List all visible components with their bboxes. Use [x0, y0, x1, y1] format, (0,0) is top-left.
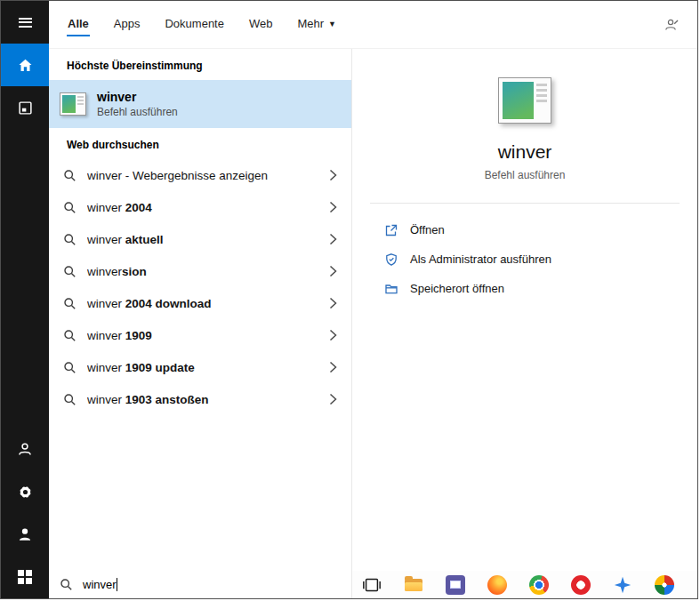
chevron-right-icon[interactable] [329, 361, 337, 373]
best-match-header: Höchste Übereinstimmung [49, 49, 351, 80]
best-match-text: winver Befehl ausführen [97, 90, 178, 118]
action-label: Öffnen [410, 223, 445, 236]
search-icon [60, 578, 73, 591]
action-run-as-admin[interactable]: Als Administrator ausführen [384, 244, 697, 274]
suggestion-text: winver 1909 update [87, 361, 318, 374]
action-label: Als Administrator ausführen [410, 252, 551, 266]
home-icon [18, 58, 33, 73]
search-icon [63, 265, 76, 278]
tab-apps[interactable]: Apps [113, 12, 141, 36]
results-list: Höchste Übereinstimmung winver Befehl au… [49, 49, 351, 571]
chevron-right-icon[interactable] [329, 393, 337, 405]
suggestion-text: winver - Webergebnisse anzeigen [87, 169, 318, 182]
search-suggestion[interactable]: winver 1903 anstoßen [49, 383, 351, 415]
search-input-value: winver [83, 578, 117, 591]
task-view-icon[interactable] [361, 574, 382, 596]
search-icon [63, 361, 76, 374]
chevron-right-icon[interactable] [329, 329, 337, 341]
search-icon [63, 329, 76, 342]
folder-location-icon [384, 282, 398, 296]
menu-button[interactable] [1, 1, 49, 44]
text-caret [117, 578, 117, 591]
winver-app-icon [60, 92, 86, 116]
feedback-user-icon[interactable] [664, 17, 680, 33]
right-column: winver Befehl ausführen Öffnen [352, 49, 697, 598]
settings-gear-icon [17, 484, 34, 501]
suggestion-text: winver 1909 [87, 329, 318, 342]
search-icon [63, 201, 76, 214]
content-area: Höchste Übereinstimmung winver Befehl au… [49, 49, 697, 598]
best-match-result[interactable]: winver Befehl ausführen [49, 80, 351, 128]
web-search-header: Web durchsuchen [49, 128, 351, 159]
tab-label: Alle [68, 17, 89, 30]
colorful-app-icon[interactable] [654, 574, 675, 596]
search-icon [63, 233, 76, 246]
chrome-icon[interactable] [528, 574, 550, 596]
suggestion-text: winver 1903 anstoßen [87, 393, 318, 406]
action-open-file-location[interactable]: Speicherort öffnen [384, 274, 697, 303]
windows-search-flyout: Alle Apps Dokumente Web Mehr ▼ [0, 0, 698, 599]
profile-icon [17, 526, 33, 542]
start-button[interactable] [1, 556, 49, 598]
tab-mehr[interactable]: Mehr ▼ [296, 12, 337, 36]
tab-web[interactable]: Web [248, 12, 274, 36]
purple-app-icon[interactable] [445, 574, 466, 596]
search-suggestion[interactable]: winver 2004 download [49, 287, 351, 319]
tab-dokumente[interactable]: Dokumente [164, 12, 224, 36]
settings-button[interactable] [1, 470, 49, 513]
tab-label: Mehr [297, 17, 324, 30]
main-area: Alle Apps Dokumente Web Mehr ▼ [49, 1, 697, 598]
chevron-right-icon[interactable] [329, 169, 337, 181]
suggestion-text: winver 2004 download [87, 297, 318, 310]
file-explorer-icon[interactable] [403, 574, 424, 596]
suggestion-text: winver aktuell [87, 233, 318, 246]
chevron-right-icon[interactable] [329, 297, 337, 309]
windows-start-icon [18, 570, 32, 584]
result-subtitle: Befehl ausführen [97, 106, 178, 118]
red-app-icon[interactable] [570, 574, 591, 596]
search-suggestion[interactable]: winver 2004 [49, 191, 351, 223]
winver-app-icon-large [498, 77, 551, 124]
home-button[interactable] [1, 44, 49, 86]
taskbar [352, 571, 697, 598]
suggestion-text: winver 2004 [87, 201, 318, 214]
action-open[interactable]: Öffnen [384, 215, 697, 244]
search-suggestion[interactable]: winver - Webergebnisse anzeigen [49, 159, 351, 191]
sidebar-top-group [1, 1, 49, 129]
tab-label: Web [249, 17, 273, 30]
search-input[interactable]: winver [83, 578, 117, 591]
divider [370, 203, 680, 204]
search-suggestion[interactable]: winver 1909 update [49, 351, 351, 383]
search-box[interactable]: winver [49, 571, 351, 598]
preview-title: winver [498, 141, 552, 163]
account-icon [17, 441, 33, 457]
tab-label: Dokumente [165, 17, 223, 30]
search-icon [63, 297, 76, 310]
search-suggestion[interactable]: winversion [49, 255, 351, 287]
sidebar-bottom-group [1, 428, 49, 598]
preview-panel: winver Befehl ausführen Öffnen [352, 49, 697, 571]
search-suggestion[interactable]: winver 1909 [49, 319, 351, 351]
firefox-icon[interactable] [487, 574, 508, 596]
teams-icon[interactable] [612, 574, 633, 596]
profile-button[interactable] [1, 513, 49, 556]
app-window-button[interactable] [1, 86, 49, 129]
search-suggestion[interactable]: winver aktuell [49, 223, 351, 255]
sidebar [1, 1, 49, 598]
chevron-right-icon[interactable] [329, 265, 337, 277]
chevron-right-icon[interactable] [329, 233, 337, 245]
tab-bar: Alle Apps Dokumente Web Mehr ▼ [49, 1, 697, 49]
chevron-right-icon[interactable] [329, 201, 337, 213]
tab-alle[interactable]: Alle [67, 12, 90, 36]
admin-shield-icon [384, 252, 398, 267]
app-window-icon [18, 100, 33, 116]
tab-label: Apps [114, 17, 141, 30]
results-panel: Höchste Übereinstimmung winver Befehl au… [49, 49, 352, 598]
result-title: winver [97, 90, 178, 104]
preview-subtitle: Befehl ausführen [485, 169, 566, 181]
action-label: Speicherort öffnen [410, 282, 504, 295]
search-icon [63, 169, 76, 182]
hamburger-icon [19, 15, 32, 29]
suggestion-text: winversion [87, 265, 318, 278]
account-button[interactable] [1, 428, 49, 470]
